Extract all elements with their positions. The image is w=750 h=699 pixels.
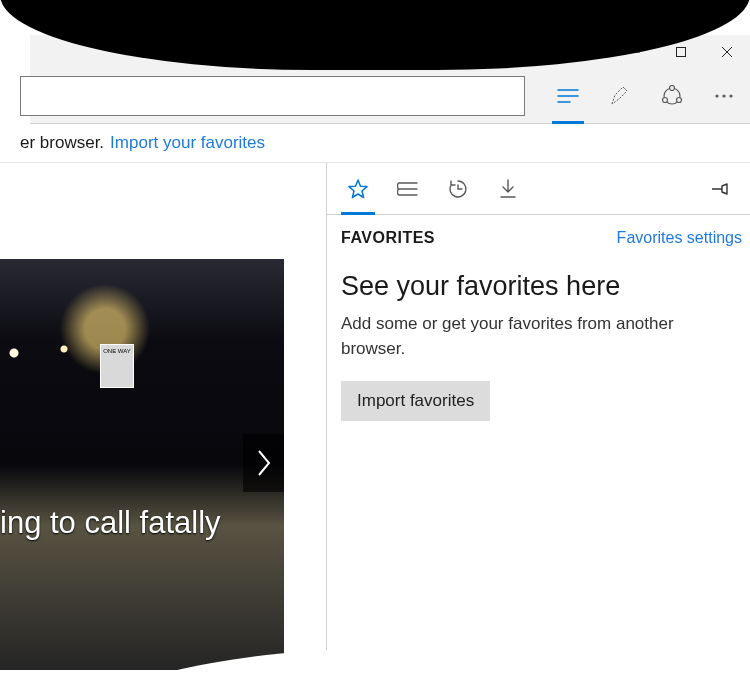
hub-panel: FAVORITES Favorites settings See your fa… (326, 163, 750, 699)
hub-body: See your favorites here Add some or get … (327, 247, 750, 437)
svg-rect-0 (677, 48, 686, 57)
hub-header: FAVORITES Favorites settings (327, 215, 750, 247)
more-button[interactable] (698, 69, 750, 124)
news-headline: ing to call fatally (0, 505, 264, 541)
more-icon (713, 85, 735, 107)
hub-tab-strip (327, 163, 750, 215)
svg-point-6 (722, 94, 725, 97)
share-button[interactable] (646, 69, 698, 124)
window-close-button[interactable] (704, 35, 750, 69)
hub-tab-reading-list[interactable] (383, 163, 433, 215)
favorites-settings-link[interactable]: Favorites settings (617, 229, 742, 247)
browser-toolbar (30, 69, 750, 124)
star-icon (347, 178, 369, 200)
favorites-empty-heading: See your favorites here (341, 271, 736, 302)
carousel-next-button[interactable] (243, 434, 284, 492)
news-tile[interactable]: ONE WAY ing to call fatally (0, 259, 284, 670)
share-icon (661, 85, 683, 107)
info-bar-text: er browser. (20, 133, 104, 153)
hub-pin-button[interactable] (696, 163, 744, 215)
favorites-empty-body: Add some or get your favorites from anot… (341, 312, 736, 361)
hub-button[interactable] (542, 69, 594, 124)
reading-list-icon (397, 179, 419, 199)
close-icon (721, 46, 733, 58)
hub-title: FAVORITES (341, 229, 435, 247)
hub-icon (556, 86, 580, 106)
import-info-bar: er browser. Import your favorites (0, 124, 750, 163)
street-sign-graphic: ONE WAY (100, 344, 134, 388)
address-bar[interactable] (20, 76, 525, 116)
import-favorites-link[interactable]: Import your favorites (110, 133, 265, 153)
pin-icon (709, 178, 731, 200)
maximize-icon (675, 46, 687, 58)
chevron-right-icon (255, 448, 273, 478)
web-note-icon (609, 85, 631, 107)
hub-tab-downloads[interactable] (483, 163, 533, 215)
hub-tab-favorites[interactable] (333, 163, 383, 215)
svg-point-7 (729, 94, 732, 97)
web-note-button[interactable] (594, 69, 646, 124)
hub-tab-history[interactable] (433, 163, 483, 215)
svg-point-4 (677, 98, 682, 103)
toolbar-icon-group (542, 69, 750, 123)
svg-point-3 (663, 98, 668, 103)
history-icon (447, 178, 469, 200)
import-favorites-button[interactable]: Import favorites (341, 381, 490, 421)
svg-point-5 (715, 94, 718, 97)
svg-point-2 (670, 86, 675, 91)
download-icon (498, 178, 518, 200)
